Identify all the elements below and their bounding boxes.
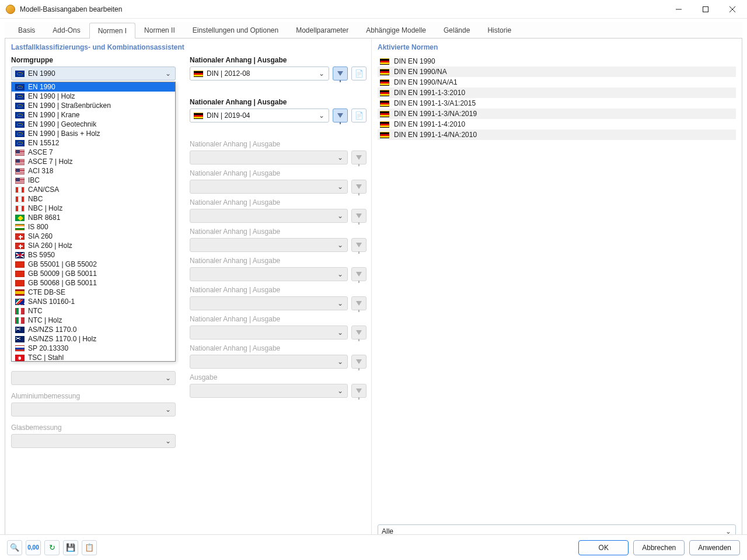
cancel-button[interactable]: Abbrechen [633,540,685,555]
footer: 🔍 0,00 ↻ 💾 📋 OK Abbrechen Anwenden [0,534,747,560]
standard-item[interactable]: DIN EN 1991-1-3/NA:2019 [378,108,736,119]
dropdown-item[interactable]: EN 1990 [12,82,175,92]
dropdown-item[interactable]: ASCE 7 | Holz [12,157,175,166]
flag-icon [15,224,25,230]
dropdown-item[interactable]: TSC | Stahl [12,353,175,362]
dropdown-item[interactable]: AS/NZS 1170.0 | Holz [12,334,175,344]
dropdown-item[interactable]: ASCE 7 [12,148,175,157]
standard-item[interactable]: DIN EN 1991-1-4/NA:2010 [378,130,736,140]
filter-button [351,180,366,194]
dropdown-item[interactable]: IS 800 [12,222,175,232]
funnel-icon [356,155,362,160]
annex-combo: ⌄ [190,150,348,164]
funnel-icon [337,113,343,118]
dropdown-item[interactable]: EN 1990 | Geotechnik [12,120,175,129]
dropdown-item[interactable]: EN 1990 | Straßenbrücken [12,101,175,110]
dropdown-item[interactable]: SANS 10160-1 [12,297,175,306]
dropdown-item[interactable]: GB 50068 | GB 50011 [12,278,175,288]
save-tool-button[interactable]: 💾 [63,540,78,555]
chevron-down-icon: ⌄ [336,387,345,395]
tab-gel-nde[interactable]: Gelände [435,22,479,38]
copy-tool-button[interactable]: 📋 [82,540,97,555]
flag-icon [380,90,389,96]
chevron-down-icon: ⌄ [336,358,345,366]
tab-add-ons[interactable]: Add-Ons [44,22,89,38]
dropdown-item[interactable]: BS 5950 [12,250,175,260]
dropdown-item[interactable]: SIA 260 | Holz [12,241,175,250]
funnel-icon [356,272,362,276]
dropdown-item[interactable]: EN 15512 [12,138,175,148]
dropdown-item[interactable]: CAN/CSA [12,185,175,194]
main-panel: Lastfallklassifizierungs- und Kombinatio… [5,38,742,544]
standard-item[interactable]: DIN EN 1990/NA [378,66,736,77]
apply-button[interactable]: Anwenden [689,540,740,555]
search-tool-button[interactable]: 🔍 [7,540,22,555]
tab-einstellungen-und-optionen[interactable]: Einstellungen und Optionen [184,22,287,38]
chevron-down-icon: ⌄ [336,212,345,220]
tab-basis[interactable]: Basis [9,22,44,38]
dropdown-item[interactable]: SIA 260 [12,232,175,241]
flag-icon [15,233,25,240]
add-annex-button[interactable]: 📄 [351,66,366,80]
tab-normen-ii[interactable]: Normen II [135,22,184,38]
dropdown-item[interactable]: GB 55001 | GB 55002 [12,260,175,269]
flag-icon [380,121,389,128]
dropdown-item[interactable]: EN 1990 | Basis + Holz [12,129,175,138]
standard-item[interactable]: DIN EN 1991-1-3:2010 [378,88,736,98]
standard-item[interactable]: DIN EN 1990/NA/A1 [378,77,736,88]
close-button[interactable] [719,0,746,19]
flag-icon [15,71,25,77]
dropdown-item[interactable]: NBR 8681 [12,213,175,222]
refresh-tool-button[interactable]: ↻ [44,540,60,555]
units-tool-button[interactable]: 0,00 [26,540,41,555]
new-doc-icon: 📄 [355,111,364,120]
chevron-down-icon: ⌄ [317,111,326,120]
flag-icon [15,187,25,193]
chevron-down-icon: ⌄ [163,437,173,445]
dropdown-item[interactable]: GB 50009 | GB 50011 [12,269,175,278]
flag-icon [15,93,25,100]
flag-icon [15,196,25,202]
standard-item[interactable]: DIN EN 1991-1-3/A1:2015 [378,98,736,108]
tab-modellparameter[interactable]: Modellparameter [287,22,357,38]
tab-bar: BasisAdd-OnsNormen INormen IIEinstellung… [5,22,742,38]
flag-icon [15,308,25,314]
dropdown-item[interactable]: EN 1990 | Krane [12,110,175,120]
tab-abh-ngige-modelle[interactable]: Abhängige Modelle [357,22,435,38]
tab-normen-i[interactable]: Normen I [89,23,135,38]
dropdown-item[interactable]: NTC | Holz [12,316,175,325]
normgruppe-combo[interactable]: EN 1990 ⌄ [11,66,176,80]
annex-combo[interactable]: DIN | 2012-08⌄ [190,66,329,80]
flag-icon [15,271,25,277]
chevron-down-icon: ⌄ [163,69,173,78]
dropdown-item[interactable]: EN 1990 | Holz [12,92,175,101]
dropdown-item[interactable]: NBC | Holz [12,204,175,213]
standard-item[interactable]: DIN EN 1990 [378,56,736,66]
standard-item[interactable]: DIN EN 1991-1-4:2010 [378,119,736,130]
flag-icon [15,112,25,118]
section-title-left: Lastfallklassifizierungs- und Kombinatio… [11,43,366,51]
tab-historie[interactable]: Historie [479,22,520,38]
dropdown-item[interactable]: IBC [12,176,175,185]
normgruppe-dropdown[interactable]: EN 1990EN 1990 | HolzEN 1990 | Straßenbr… [11,82,176,362]
annex-label: Nationaler Anhang | Ausgabe [190,56,366,64]
dropdown-item[interactable]: ACI 318 [12,166,175,176]
add-annex-button[interactable]: 📄 [351,108,366,123]
filter-button[interactable] [333,66,348,80]
maximize-button[interactable] [692,0,719,19]
annex-combo[interactable]: DIN | 2019-04⌄ [190,108,329,123]
dropdown-item[interactable]: AS/NZS 1170.0 [12,325,175,334]
dropdown-item[interactable]: NBC [12,194,175,204]
dropdown-item[interactable]: CTE DB-SE [12,288,175,297]
annex-label: Nationaler Anhang | Ausgabe [190,98,366,106]
dropdown-item[interactable]: NTC [12,306,175,316]
funnel-icon [356,214,362,218]
flag-icon [15,149,25,156]
chevron-down-icon: ⌄ [336,183,345,191]
minimize-button[interactable] [665,0,692,19]
ok-button[interactable]: OK [578,540,629,555]
dropdown-item[interactable]: SP 20.13330 [12,344,175,353]
filter-button[interactable] [333,108,348,123]
flag-icon [380,69,389,75]
flag-icon [15,252,25,258]
